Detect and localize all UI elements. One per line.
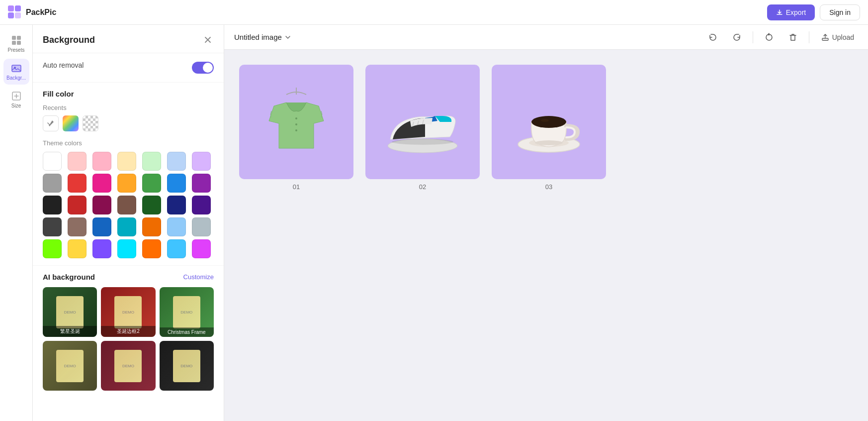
canvas-area: 01 xyxy=(224,50,868,421)
signin-button[interactable]: Sign in xyxy=(820,4,860,20)
color-swatch-4[interactable] xyxy=(142,152,161,171)
image-label-01: 01 xyxy=(293,183,300,191)
upload-button[interactable]: Upload xyxy=(817,30,858,44)
trash-icon xyxy=(788,33,797,42)
sidebar-item-size[interactable]: Size xyxy=(3,87,29,112)
panel-title: Background xyxy=(43,35,95,45)
svg-rect-4 xyxy=(12,36,16,40)
svg-rect-6 xyxy=(12,41,16,45)
color-swatch-30[interactable] xyxy=(92,239,111,258)
delete-button[interactable] xyxy=(785,29,801,45)
color-swatch-17[interactable] xyxy=(117,196,136,214)
color-swatch-32[interactable] xyxy=(142,239,161,258)
svg-point-16 xyxy=(295,129,297,131)
svg-rect-0 xyxy=(8,5,14,11)
ai-bg-card-4[interactable]: DEMO xyxy=(101,341,155,391)
color-swatch-5[interactable] xyxy=(167,152,186,171)
color-swatch-23[interactable] xyxy=(92,217,111,236)
sidebar-item-background[interactable]: Backgr... xyxy=(3,59,29,85)
export-icon xyxy=(776,9,783,16)
gradient-swatch[interactable] xyxy=(63,115,79,131)
color-swatch-25[interactable] xyxy=(142,217,161,236)
doc-title[interactable]: Untitled image xyxy=(234,33,291,41)
image-card-01[interactable]: 01 xyxy=(239,65,353,191)
undo-button[interactable] xyxy=(705,29,721,45)
color-swatch-34[interactable] xyxy=(192,239,211,258)
svg-rect-2 xyxy=(8,12,14,18)
color-swatch-16[interactable] xyxy=(92,196,111,214)
ai-bg-card-3[interactable]: DEMO xyxy=(43,341,97,391)
auto-removal-toggle[interactable] xyxy=(192,62,214,74)
logo-text: PackPic xyxy=(26,8,56,17)
color-swatch-22[interactable] xyxy=(68,217,87,236)
color-swatch-12[interactable] xyxy=(167,174,186,193)
color-swatch-20[interactable] xyxy=(192,196,211,214)
background-icon xyxy=(11,63,22,74)
color-swatch-24[interactable] xyxy=(117,217,136,236)
color-swatch-33[interactable] xyxy=(167,239,186,258)
ai-bg-title: AI background xyxy=(43,273,95,281)
eyedropper-button[interactable] xyxy=(43,115,59,131)
color-swatch-31[interactable] xyxy=(117,239,136,258)
ai-bg-grid: DEMO 繁星圣诞 DEMO 圣诞边框2 DEMO Christmas Fram… xyxy=(43,287,214,391)
color-swatch-29[interactable] xyxy=(68,239,87,258)
auto-removal-label: Auto removal xyxy=(43,61,84,69)
ai-bg-card-0[interactable]: DEMO 繁星圣诞 xyxy=(43,287,97,337)
color-swatch-1[interactable] xyxy=(68,152,87,171)
svg-point-21 xyxy=(392,139,453,145)
svg-point-15 xyxy=(295,123,297,125)
background-panel: Background Auto removal Fill color Recen… xyxy=(33,25,224,421)
color-swatch-14[interactable] xyxy=(43,196,62,214)
color-swatch-28[interactable] xyxy=(43,239,62,258)
ai-bg-header: AI background Customize xyxy=(43,273,214,281)
panel-close-button[interactable] xyxy=(202,34,214,46)
color-swatch-7[interactable] xyxy=(43,174,62,193)
redo-icon xyxy=(732,33,741,42)
fill-color-section: Fill color Recents Theme colors xyxy=(33,83,224,266)
rotate-button[interactable] xyxy=(761,29,777,45)
color-swatch-0[interactable] xyxy=(43,152,62,171)
color-swatch-3[interactable] xyxy=(117,152,136,171)
svg-point-25 xyxy=(541,119,549,122)
ai-background-section: AI background Customize DEMO 繁星圣诞 DEMO 圣… xyxy=(33,266,224,398)
eyedropper-icon xyxy=(47,119,55,127)
color-swatch-21[interactable] xyxy=(43,217,62,236)
image-card-03[interactable]: 03 xyxy=(492,65,606,191)
color-swatch-26[interactable] xyxy=(167,217,186,236)
color-swatch-2[interactable] xyxy=(92,152,111,171)
image-thumb-01 xyxy=(239,65,353,179)
transparent-swatch[interactable] xyxy=(83,115,98,131)
redo-button[interactable] xyxy=(729,29,745,45)
svg-rect-3 xyxy=(15,12,21,18)
main-toolbar: Untitled image xyxy=(224,25,868,50)
customize-link[interactable]: Customize xyxy=(183,273,214,281)
export-button[interactable]: Export xyxy=(767,4,815,20)
sidebar-item-label: Backgr... xyxy=(6,75,26,81)
color-swatch-9[interactable] xyxy=(92,174,111,193)
color-swatch-18[interactable] xyxy=(142,196,161,214)
toolbar-divider xyxy=(753,31,753,43)
undo-icon xyxy=(708,33,717,42)
sidebar-icons: Presets Backgr... Size xyxy=(0,25,33,421)
color-swatch-6[interactable] xyxy=(192,152,211,171)
ai-bg-card-2[interactable]: DEMO Christmas Frame xyxy=(160,287,214,337)
logo: PackPic xyxy=(8,5,56,19)
color-swatch-10[interactable] xyxy=(117,174,136,193)
logo-icon xyxy=(8,5,22,19)
color-swatch-19[interactable] xyxy=(167,196,186,214)
image-card-02[interactable]: 02 xyxy=(365,65,480,191)
toggle-knob xyxy=(203,63,213,73)
ai-bg-card-5[interactable]: DEMO xyxy=(160,341,214,391)
color-swatch-8[interactable] xyxy=(68,174,87,193)
color-swatch-13[interactable] xyxy=(192,174,211,193)
color-swatch-11[interactable] xyxy=(142,174,161,193)
color-swatch-27[interactable] xyxy=(192,217,211,236)
svg-point-26 xyxy=(535,140,563,145)
svg-rect-8 xyxy=(12,65,21,72)
rotate-icon xyxy=(765,33,774,42)
upload-icon xyxy=(821,33,829,41)
color-swatch-15[interactable] xyxy=(68,196,87,214)
ai-bg-card-1[interactable]: DEMO 圣诞边框2 xyxy=(101,287,155,337)
svg-rect-7 xyxy=(17,41,21,45)
sidebar-item-presets[interactable]: Presets xyxy=(3,31,29,57)
